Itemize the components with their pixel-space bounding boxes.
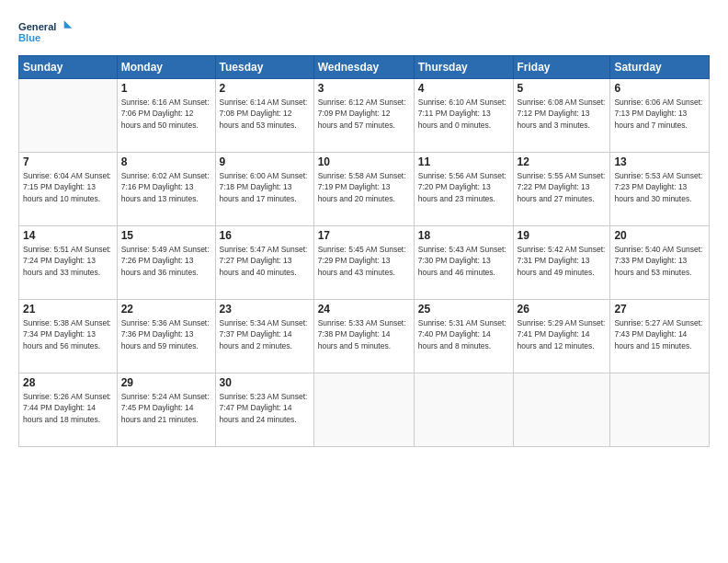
day-cell: 2Sunrise: 6:14 AM Sunset: 7:08 PM Daylig… <box>215 79 313 153</box>
day-cell: 1Sunrise: 6:16 AM Sunset: 7:06 PM Daylig… <box>117 79 215 153</box>
day-info: Sunrise: 5:38 AM Sunset: 7:34 PM Dayligh… <box>23 317 113 351</box>
day-cell: 11Sunrise: 5:56 AM Sunset: 7:20 PM Dayli… <box>414 153 513 226</box>
day-info: Sunrise: 5:23 AM Sunset: 7:47 PM Dayligh… <box>220 391 310 425</box>
day-info: Sunrise: 5:36 AM Sunset: 7:36 PM Dayligh… <box>121 317 211 351</box>
day-cell <box>513 373 610 447</box>
svg-marker-2 <box>64 20 73 29</box>
day-number: 15 <box>121 229 211 242</box>
day-cell: 3Sunrise: 6:12 AM Sunset: 7:09 PM Daylig… <box>313 79 414 153</box>
day-number: 4 <box>418 82 509 95</box>
col-header-sunday: Sunday <box>19 56 118 79</box>
day-number: 3 <box>318 82 410 95</box>
day-info: Sunrise: 5:56 AM Sunset: 7:20 PM Dayligh… <box>418 170 509 204</box>
day-number: 2 <box>220 82 310 95</box>
day-info: Sunrise: 5:47 AM Sunset: 7:27 PM Dayligh… <box>220 244 310 278</box>
day-number: 6 <box>614 82 705 95</box>
day-cell: 30Sunrise: 5:23 AM Sunset: 7:47 PM Dayli… <box>215 373 313 447</box>
day-info: Sunrise: 5:31 AM Sunset: 7:40 PM Dayligh… <box>418 317 509 351</box>
day-info: Sunrise: 5:45 AM Sunset: 7:29 PM Dayligh… <box>318 244 410 278</box>
day-info: Sunrise: 5:53 AM Sunset: 7:23 PM Dayligh… <box>614 170 705 204</box>
day-info: Sunrise: 6:06 AM Sunset: 7:13 PM Dayligh… <box>614 97 705 131</box>
col-header-saturday: Saturday <box>610 56 710 79</box>
col-header-friday: Friday <box>513 56 610 79</box>
day-number: 9 <box>220 155 310 168</box>
day-cell: 8Sunrise: 6:02 AM Sunset: 7:16 PM Daylig… <box>117 153 215 226</box>
day-info: Sunrise: 5:49 AM Sunset: 7:26 PM Dayligh… <box>121 244 211 278</box>
day-cell: 21Sunrise: 5:38 AM Sunset: 7:34 PM Dayli… <box>19 300 118 373</box>
day-info: Sunrise: 5:40 AM Sunset: 7:33 PM Dayligh… <box>614 244 705 278</box>
logo: General Blue <box>18 17 74 50</box>
day-cell: 23Sunrise: 5:34 AM Sunset: 7:37 PM Dayli… <box>215 300 313 373</box>
day-number: 8 <box>121 155 211 168</box>
day-number: 30 <box>220 376 310 389</box>
day-cell: 27Sunrise: 5:27 AM Sunset: 7:43 PM Dayli… <box>610 300 710 373</box>
day-cell: 6Sunrise: 6:06 AM Sunset: 7:13 PM Daylig… <box>610 79 710 153</box>
day-cell <box>313 373 414 447</box>
day-number: 19 <box>518 229 607 242</box>
day-number: 13 <box>614 155 705 168</box>
day-info: Sunrise: 5:29 AM Sunset: 7:41 PM Dayligh… <box>518 317 607 351</box>
day-number: 17 <box>318 229 410 242</box>
calendar-table: SundayMondayTuesdayWednesdayThursdayFrid… <box>18 55 710 447</box>
day-cell: 19Sunrise: 5:42 AM Sunset: 7:31 PM Dayli… <box>513 226 610 300</box>
day-number: 21 <box>23 303 113 316</box>
day-number: 28 <box>23 376 113 389</box>
day-cell: 7Sunrise: 6:04 AM Sunset: 7:15 PM Daylig… <box>19 153 118 226</box>
day-cell: 17Sunrise: 5:45 AM Sunset: 7:29 PM Dayli… <box>313 226 414 300</box>
day-info: Sunrise: 6:16 AM Sunset: 7:06 PM Dayligh… <box>121 97 211 131</box>
day-info: Sunrise: 6:02 AM Sunset: 7:16 PM Dayligh… <box>121 170 211 204</box>
day-number: 26 <box>518 303 607 316</box>
day-cell: 10Sunrise: 5:58 AM Sunset: 7:19 PM Dayli… <box>313 153 414 226</box>
day-cell: 28Sunrise: 5:26 AM Sunset: 7:44 PM Dayli… <box>19 373 118 447</box>
day-number: 5 <box>518 82 607 95</box>
day-cell: 4Sunrise: 6:10 AM Sunset: 7:11 PM Daylig… <box>414 79 513 153</box>
day-cell: 20Sunrise: 5:40 AM Sunset: 7:33 PM Dayli… <box>610 226 710 300</box>
day-number: 24 <box>318 303 410 316</box>
day-info: Sunrise: 5:26 AM Sunset: 7:44 PM Dayligh… <box>23 391 113 425</box>
day-number: 7 <box>23 155 113 168</box>
day-cell: 5Sunrise: 6:08 AM Sunset: 7:12 PM Daylig… <box>513 79 610 153</box>
day-number: 1 <box>121 82 211 95</box>
day-cell: 26Sunrise: 5:29 AM Sunset: 7:41 PM Dayli… <box>513 300 610 373</box>
week-row-2: 7Sunrise: 6:04 AM Sunset: 7:15 PM Daylig… <box>19 153 710 226</box>
logo-svg: General Blue <box>18 17 74 50</box>
day-cell: 22Sunrise: 5:36 AM Sunset: 7:36 PM Dayli… <box>117 300 215 373</box>
day-cell: 25Sunrise: 5:31 AM Sunset: 7:40 PM Dayli… <box>414 300 513 373</box>
day-info: Sunrise: 5:58 AM Sunset: 7:19 PM Dayligh… <box>318 170 410 204</box>
col-header-tuesday: Tuesday <box>215 56 313 79</box>
page: General Blue SundayMondayTuesdayWednesda… <box>0 0 728 563</box>
day-cell: 18Sunrise: 5:43 AM Sunset: 7:30 PM Dayli… <box>414 226 513 300</box>
day-number: 10 <box>318 155 410 168</box>
day-number: 12 <box>518 155 607 168</box>
day-number: 11 <box>418 155 509 168</box>
day-info: Sunrise: 6:12 AM Sunset: 7:09 PM Dayligh… <box>318 97 410 131</box>
header: General Blue <box>18 17 710 50</box>
day-number: 29 <box>121 376 211 389</box>
day-info: Sunrise: 5:33 AM Sunset: 7:38 PM Dayligh… <box>318 317 410 351</box>
day-info: Sunrise: 5:55 AM Sunset: 7:22 PM Dayligh… <box>518 170 607 204</box>
day-cell: 12Sunrise: 5:55 AM Sunset: 7:22 PM Dayli… <box>513 153 610 226</box>
day-info: Sunrise: 5:24 AM Sunset: 7:45 PM Dayligh… <box>121 391 211 425</box>
day-info: Sunrise: 5:27 AM Sunset: 7:43 PM Dayligh… <box>614 317 705 351</box>
day-info: Sunrise: 5:51 AM Sunset: 7:24 PM Dayligh… <box>23 244 113 278</box>
day-cell: 15Sunrise: 5:49 AM Sunset: 7:26 PM Dayli… <box>117 226 215 300</box>
day-cell: 29Sunrise: 5:24 AM Sunset: 7:45 PM Dayli… <box>117 373 215 447</box>
calendar-header-row: SundayMondayTuesdayWednesdayThursdayFrid… <box>19 56 710 79</box>
day-info: Sunrise: 6:04 AM Sunset: 7:15 PM Dayligh… <box>23 170 113 204</box>
day-number: 18 <box>418 229 509 242</box>
svg-text:Blue: Blue <box>18 32 40 43</box>
week-row-4: 21Sunrise: 5:38 AM Sunset: 7:34 PM Dayli… <box>19 300 710 373</box>
day-info: Sunrise: 6:00 AM Sunset: 7:18 PM Dayligh… <box>220 170 310 204</box>
day-info: Sunrise: 5:42 AM Sunset: 7:31 PM Dayligh… <box>518 244 607 278</box>
day-info: Sunrise: 6:14 AM Sunset: 7:08 PM Dayligh… <box>220 97 310 131</box>
week-row-5: 28Sunrise: 5:26 AM Sunset: 7:44 PM Dayli… <box>19 373 710 447</box>
day-cell: 13Sunrise: 5:53 AM Sunset: 7:23 PM Dayli… <box>610 153 710 226</box>
col-header-wednesday: Wednesday <box>313 56 414 79</box>
day-number: 20 <box>614 229 705 242</box>
day-cell: 24Sunrise: 5:33 AM Sunset: 7:38 PM Dayli… <box>313 300 414 373</box>
day-cell <box>610 373 710 447</box>
week-row-1: 1Sunrise: 6:16 AM Sunset: 7:06 PM Daylig… <box>19 79 710 153</box>
day-cell <box>19 79 118 153</box>
day-cell: 9Sunrise: 6:00 AM Sunset: 7:18 PM Daylig… <box>215 153 313 226</box>
col-header-monday: Monday <box>117 56 215 79</box>
